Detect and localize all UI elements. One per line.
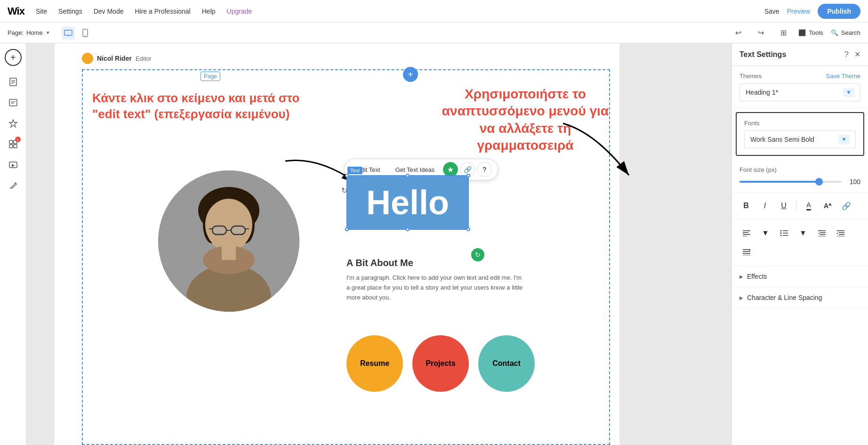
list-button[interactable] xyxy=(777,226,791,240)
panel-title: Text Settings xyxy=(739,50,786,59)
apps-badge: 1 xyxy=(15,137,21,142)
sidebar-item-blog[interactable] xyxy=(5,94,22,111)
get-text-ideas-button[interactable]: Get Text Ideas xyxy=(389,163,442,176)
font-size-row: 100 xyxy=(739,178,860,186)
sidebar-item-apps[interactable]: 1 xyxy=(5,136,22,153)
panel-help-icon[interactable]: ? xyxy=(844,50,849,59)
mobile-device-icon[interactable] xyxy=(79,26,92,40)
hello-text-element[interactable]: Text Hello xyxy=(346,175,469,230)
text-highlight-button[interactable]: Aᴬ xyxy=(821,199,834,212)
font-size-slider[interactable] xyxy=(739,181,842,183)
theme-select[interactable]: Heading 1* ▼ xyxy=(739,83,860,101)
canvas-content: Nicol Rider Editor Page + Κάντε κλικ στο… xyxy=(55,43,619,445)
canvas-area: Nicol Rider Editor Page + Κάντε κλικ στο… xyxy=(26,43,731,445)
svg-rect-0 xyxy=(64,30,72,35)
nav-upgrade[interactable]: Upgrade xyxy=(227,8,252,15)
svg-rect-15 xyxy=(14,145,17,148)
user-info-bar: Nicol Rider Editor xyxy=(82,53,152,64)
sidebar-item-pen[interactable] xyxy=(5,177,22,194)
redo-button[interactable]: ↪ xyxy=(753,25,768,40)
page-label-tag: Page xyxy=(201,72,220,81)
fonts-label: Fonts xyxy=(744,120,856,127)
avatar xyxy=(82,53,93,64)
preview-button[interactable]: Preview xyxy=(787,8,811,15)
panel-close-icon[interactable]: ✕ xyxy=(854,50,860,59)
font-size-track xyxy=(739,181,816,183)
add-element-button[interactable]: + xyxy=(5,49,22,66)
search-label: Search xyxy=(841,29,860,36)
bold-button[interactable]: B xyxy=(739,199,753,212)
character-spacing-label: Character & Line Spacing xyxy=(747,294,822,301)
themes-row: Themes Save Theme xyxy=(739,73,860,80)
theme-value: Heading 1* xyxy=(746,89,778,96)
theme-select-arrow-icon: ▼ xyxy=(843,88,854,97)
tools-button[interactable]: ⬛ Tools xyxy=(798,29,823,36)
nav-help[interactable]: Help xyxy=(202,8,216,15)
font-size-section: Font size (px) 100 xyxy=(732,160,868,193)
selection-handle-bc xyxy=(406,227,410,231)
sidebar-item-design[interactable] xyxy=(5,115,22,132)
svg-rect-25 xyxy=(212,226,226,235)
font-size-value: 100 xyxy=(846,178,860,186)
nav-settings[interactable]: Settings xyxy=(58,8,82,15)
svg-rect-14 xyxy=(9,145,13,148)
right-panel: Text Settings ? ✕ Themes Save Theme Head… xyxy=(731,43,868,445)
help-button[interactable]: ? xyxy=(477,162,492,177)
save-theme-button[interactable]: Save Theme xyxy=(826,73,860,80)
align-left-button[interactable] xyxy=(739,226,754,240)
resume-button[interactable]: Resume xyxy=(346,335,403,392)
nav-hire[interactable]: Hire a Professional xyxy=(135,8,190,15)
text-color-button[interactable]: A xyxy=(802,199,815,212)
link-format-button[interactable]: 🔗 xyxy=(840,199,853,212)
profile-placeholder xyxy=(158,170,299,312)
second-bar: Page: Home ▼ ↩ ↪ ⊞ ⬛ Tools 🔍 Search xyxy=(0,23,868,43)
wix-logo: Wix xyxy=(8,5,24,17)
nav-right: Save Preview Publish xyxy=(764,4,860,19)
svg-point-24 xyxy=(205,199,252,251)
desktop-device-icon[interactable] xyxy=(62,26,75,40)
svg-point-41 xyxy=(780,235,782,236)
font-size-thumb[interactable] xyxy=(815,178,823,186)
selection-handle-tc xyxy=(406,174,410,178)
page-label: Page: xyxy=(8,29,24,36)
effects-section[interactable]: ▶ Effects xyxy=(732,266,868,287)
sidebar-item-media[interactable] xyxy=(5,156,22,173)
grid-toggle-button[interactable]: ⊞ xyxy=(776,25,791,40)
contact-button[interactable]: Contact xyxy=(478,335,535,392)
canvas-add-button[interactable]: + xyxy=(403,67,418,82)
about-title: A Bit About Me xyxy=(346,258,525,268)
fonts-select[interactable]: Work Sans Semi Bold ▼ xyxy=(744,130,856,148)
instruction-text-1: Κάντε κλικ στο κείμενο και μετά στο "edi… xyxy=(92,90,318,122)
character-spacing-section[interactable]: ▶ Character & Line Spacing xyxy=(732,287,868,308)
svg-rect-9 xyxy=(9,99,17,106)
panel-header: Text Settings ? ✕ xyxy=(732,43,868,66)
publish-button[interactable]: Publish xyxy=(818,4,860,19)
direction-button[interactable] xyxy=(739,245,754,259)
profile-image xyxy=(158,170,299,312)
selection-handle-tr xyxy=(466,174,470,178)
device-icons xyxy=(62,26,92,40)
svg-point-39 xyxy=(780,233,782,234)
search-button[interactable]: 🔍 Search xyxy=(831,29,860,36)
page-selector[interactable]: Page: Home ▼ xyxy=(8,29,50,36)
svg-point-37 xyxy=(780,230,782,232)
nav-site[interactable]: Site xyxy=(36,8,47,15)
nav-devmode[interactable]: Dev Mode xyxy=(94,8,124,15)
formatting-separator xyxy=(796,200,796,211)
indent-increase-button[interactable] xyxy=(815,226,829,240)
projects-button[interactable]: Projects xyxy=(412,335,469,392)
tools-label: Tools xyxy=(809,29,823,36)
save-button[interactable]: Save xyxy=(764,8,780,15)
circle-buttons: Resume Projects Contact xyxy=(346,335,535,392)
user-role: Editor xyxy=(136,55,152,62)
italic-button[interactable]: I xyxy=(758,199,772,212)
about-section: A Bit About Me I'm a paragraph. Click he… xyxy=(346,258,525,302)
undo-button[interactable]: ↩ xyxy=(731,25,746,40)
selection-handle-br xyxy=(466,227,470,231)
top-nav: Wix Site Settings Dev Mode Hire a Profes… xyxy=(0,0,868,23)
search-icon: 🔍 xyxy=(831,29,838,36)
sidebar-item-pages[interactable] xyxy=(5,73,22,90)
underline-button[interactable]: U xyxy=(777,199,790,212)
panel-header-icons: ? ✕ xyxy=(844,50,860,59)
indent-decrease-button[interactable] xyxy=(834,226,848,240)
